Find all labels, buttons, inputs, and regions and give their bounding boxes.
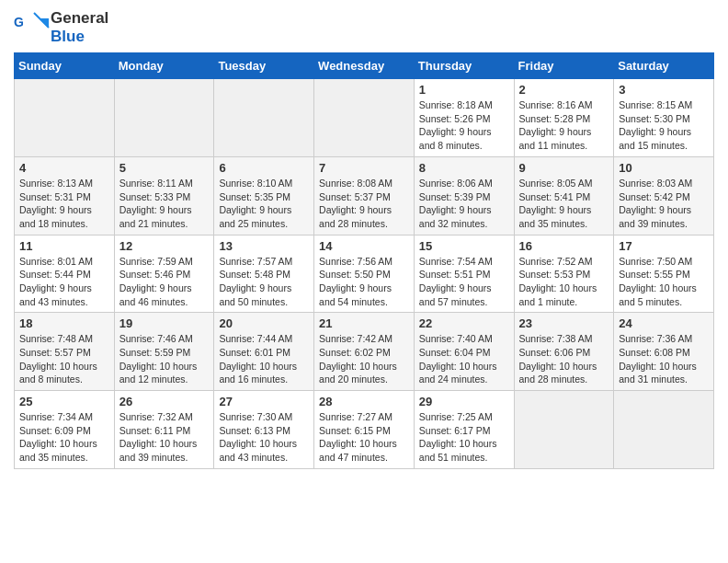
day-number: 26 (119, 395, 210, 408)
day-info: Sunrise: 8:10 AM Sunset: 5:35 PM Dayligh… (219, 177, 309, 231)
calendar-day-cell: 27Sunrise: 7:30 AM Sunset: 6:13 PM Dayli… (214, 391, 314, 469)
day-info: Sunrise: 8:16 AM Sunset: 5:28 PM Dayligh… (519, 98, 609, 153)
calendar-day-cell: 2Sunrise: 8:16 AM Sunset: 5:28 PM Daylig… (514, 79, 614, 157)
logo: G General Blue (14, 9, 108, 45)
logo-general-text: General (51, 9, 108, 28)
calendar-day-cell: 16Sunrise: 7:52 AM Sunset: 5:53 PM Dayli… (514, 235, 614, 313)
weekday-header: Saturday (614, 53, 714, 79)
calendar-day-cell: 6Sunrise: 8:10 AM Sunset: 5:35 PM Daylig… (214, 156, 314, 235)
weekday-row: SundayMondayTuesdayWednesdayThursdayFrid… (15, 53, 714, 79)
calendar-day-cell: 23Sunrise: 7:38 AM Sunset: 6:06 PM Dayli… (514, 313, 614, 391)
day-number: 3 (619, 83, 709, 97)
calendar-day-cell: 22Sunrise: 7:40 AM Sunset: 6:04 PM Dayli… (414, 313, 514, 391)
day-number: 10 (619, 161, 709, 175)
calendar-day-cell: 24Sunrise: 7:36 AM Sunset: 6:08 PM Dayli… (614, 313, 714, 391)
calendar-container: G General Blue SundayMondayTuesdayWednes… (0, 0, 728, 478)
calendar-table: SundayMondayTuesdayWednesdayThursdayFrid… (14, 52, 714, 469)
day-number: 25 (19, 395, 109, 408)
day-number: 9 (519, 161, 609, 175)
calendar-day-cell: 8Sunrise: 8:06 AM Sunset: 5:39 PM Daylig… (414, 156, 514, 235)
day-info: Sunrise: 7:57 AM Sunset: 5:48 PM Dayligh… (219, 255, 309, 309)
day-info: Sunrise: 8:15 AM Sunset: 5:30 PM Dayligh… (619, 98, 709, 153)
day-info: Sunrise: 8:13 AM Sunset: 5:31 PM Dayligh… (19, 177, 109, 231)
calendar-day-cell: 25Sunrise: 7:34 AM Sunset: 6:09 PM Dayli… (15, 391, 115, 469)
day-number: 11 (19, 239, 109, 253)
weekday-header: Sunday (15, 53, 115, 79)
calendar-day-cell: 18Sunrise: 7:48 AM Sunset: 5:57 PM Dayli… (15, 313, 115, 391)
logo-blue-text: Blue (51, 28, 108, 46)
calendar-week-row: 18Sunrise: 7:48 AM Sunset: 5:57 PM Dayli… (15, 313, 714, 391)
day-number: 2 (519, 83, 609, 97)
calendar-day-cell: 3Sunrise: 8:15 AM Sunset: 5:30 PM Daylig… (614, 79, 714, 157)
day-number: 12 (119, 239, 210, 253)
day-number: 20 (219, 316, 309, 330)
day-number: 16 (519, 239, 609, 253)
day-number: 7 (319, 161, 409, 175)
calendar-day-cell (614, 391, 714, 469)
calendar-day-cell: 13Sunrise: 7:57 AM Sunset: 5:48 PM Dayli… (214, 235, 314, 313)
day-number: 22 (419, 316, 509, 330)
calendar-header: SundayMondayTuesdayWednesdayThursdayFrid… (15, 53, 714, 79)
day-info: Sunrise: 7:40 AM Sunset: 6:04 PM Dayligh… (419, 332, 509, 386)
weekday-header: Monday (114, 53, 214, 79)
weekday-header: Tuesday (214, 53, 314, 79)
day-number: 14 (319, 239, 409, 253)
day-info: Sunrise: 7:30 AM Sunset: 6:13 PM Dayligh… (219, 410, 309, 465)
day-info: Sunrise: 8:05 AM Sunset: 5:41 PM Dayligh… (519, 177, 609, 231)
calendar-day-cell (214, 79, 314, 157)
calendar-body: 1Sunrise: 8:18 AM Sunset: 5:26 PM Daylig… (15, 79, 714, 469)
calendar-day-cell: 14Sunrise: 7:56 AM Sunset: 5:50 PM Dayli… (314, 235, 415, 313)
day-number: 6 (219, 161, 309, 175)
day-info: Sunrise: 8:11 AM Sunset: 5:33 PM Dayligh… (119, 177, 210, 231)
weekday-header: Thursday (414, 53, 514, 79)
calendar-day-cell: 19Sunrise: 7:46 AM Sunset: 5:59 PM Dayli… (114, 313, 214, 391)
day-info: Sunrise: 7:52 AM Sunset: 5:53 PM Dayligh… (519, 255, 609, 309)
day-info: Sunrise: 8:03 AM Sunset: 5:42 PM Dayligh… (619, 177, 709, 231)
day-number: 18 (19, 316, 109, 330)
day-info: Sunrise: 7:48 AM Sunset: 5:57 PM Dayligh… (19, 332, 109, 386)
calendar-day-cell: 11Sunrise: 8:01 AM Sunset: 5:44 PM Dayli… (15, 235, 115, 313)
day-number: 24 (619, 316, 709, 330)
day-info: Sunrise: 7:54 AM Sunset: 5:51 PM Dayligh… (419, 255, 509, 309)
day-info: Sunrise: 7:50 AM Sunset: 5:55 PM Dayligh… (619, 255, 709, 309)
day-info: Sunrise: 8:06 AM Sunset: 5:39 PM Dayligh… (419, 177, 509, 231)
calendar-day-cell: 7Sunrise: 8:08 AM Sunset: 5:37 PM Daylig… (314, 156, 415, 235)
calendar-day-cell: 1Sunrise: 8:18 AM Sunset: 5:26 PM Daylig… (414, 79, 514, 157)
day-number: 19 (119, 316, 210, 330)
calendar-day-cell: 9Sunrise: 8:05 AM Sunset: 5:41 PM Daylig… (514, 156, 614, 235)
calendar-week-row: 25Sunrise: 7:34 AM Sunset: 6:09 PM Dayli… (15, 391, 714, 469)
day-info: Sunrise: 7:46 AM Sunset: 5:59 PM Dayligh… (119, 332, 210, 386)
calendar-day-cell: 26Sunrise: 7:32 AM Sunset: 6:11 PM Dayli… (114, 391, 214, 469)
day-number: 17 (619, 239, 709, 253)
day-number: 5 (119, 161, 210, 175)
calendar-day-cell (114, 79, 214, 157)
day-info: Sunrise: 7:25 AM Sunset: 6:17 PM Dayligh… (419, 410, 509, 465)
calendar-day-cell: 10Sunrise: 8:03 AM Sunset: 5:42 PM Dayli… (614, 156, 714, 235)
day-number: 21 (319, 316, 409, 330)
day-info: Sunrise: 8:08 AM Sunset: 5:37 PM Dayligh… (319, 177, 409, 231)
calendar-day-cell: 12Sunrise: 7:59 AM Sunset: 5:46 PM Dayli… (114, 235, 214, 313)
day-info: Sunrise: 8:18 AM Sunset: 5:26 PM Dayligh… (419, 98, 509, 153)
day-info: Sunrise: 7:44 AM Sunset: 6:01 PM Dayligh… (219, 332, 309, 386)
calendar-day-cell (514, 391, 614, 469)
calendar-day-cell: 15Sunrise: 7:54 AM Sunset: 5:51 PM Dayli… (414, 235, 514, 313)
day-info: Sunrise: 7:36 AM Sunset: 6:08 PM Dayligh… (619, 332, 709, 386)
day-number: 8 (419, 161, 509, 175)
day-number: 1 (419, 83, 509, 97)
day-number: 27 (219, 395, 309, 408)
day-info: Sunrise: 7:56 AM Sunset: 5:50 PM Dayligh… (319, 255, 409, 309)
day-number: 28 (319, 395, 409, 408)
calendar-week-row: 1Sunrise: 8:18 AM Sunset: 5:26 PM Daylig… (15, 79, 714, 157)
day-number: 29 (419, 395, 509, 408)
calendar-day-cell: 4Sunrise: 8:13 AM Sunset: 5:31 PM Daylig… (15, 156, 115, 235)
day-number: 13 (219, 239, 309, 253)
day-number: 15 (419, 239, 509, 253)
day-info: Sunrise: 7:34 AM Sunset: 6:09 PM Dayligh… (19, 410, 109, 465)
calendar-day-cell: 29Sunrise: 7:25 AM Sunset: 6:17 PM Dayli… (414, 391, 514, 469)
calendar-day-cell: 28Sunrise: 7:27 AM Sunset: 6:15 PM Dayli… (314, 391, 415, 469)
weekday-header: Wednesday (314, 53, 415, 79)
day-info: Sunrise: 7:42 AM Sunset: 6:02 PM Dayligh… (319, 332, 409, 386)
header: G General Blue (14, 9, 714, 45)
calendar-day-cell (314, 79, 415, 157)
day-info: Sunrise: 7:59 AM Sunset: 5:46 PM Dayligh… (119, 255, 210, 309)
